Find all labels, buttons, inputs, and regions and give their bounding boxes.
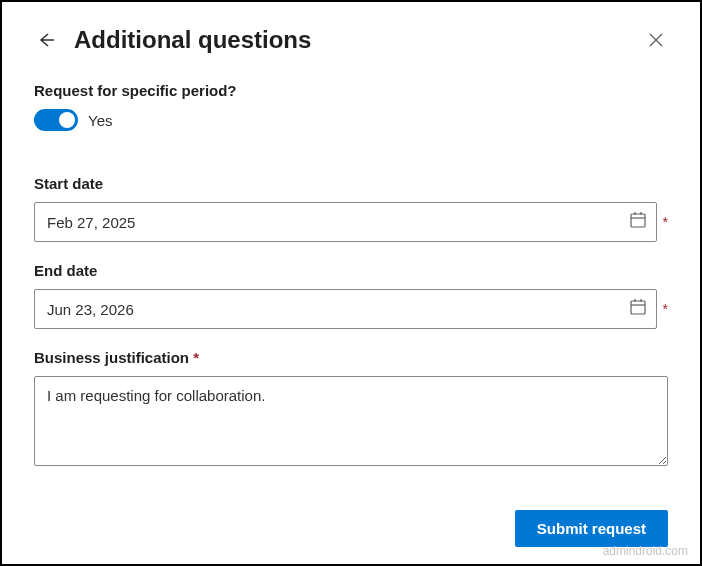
back-button[interactable] bbox=[34, 28, 58, 52]
end-date-input[interactable] bbox=[34, 289, 657, 329]
close-button[interactable] bbox=[644, 28, 668, 52]
specific-period-group: Request for specific period? Yes bbox=[34, 82, 668, 155]
panel-footer: Submit request bbox=[34, 490, 668, 547]
start-date-row: * bbox=[34, 202, 668, 242]
close-icon bbox=[648, 32, 664, 48]
toggle-knob bbox=[59, 112, 75, 128]
justification-label: Business justification * bbox=[34, 349, 668, 366]
panel-header: Additional questions bbox=[34, 26, 668, 54]
start-date-label: Start date bbox=[34, 175, 668, 192]
justification-group: Business justification * bbox=[34, 349, 668, 470]
justification-label-text: Business justification bbox=[34, 349, 189, 366]
submit-request-button[interactable]: Submit request bbox=[515, 510, 668, 547]
end-date-row: * bbox=[34, 289, 668, 329]
required-mark: * bbox=[663, 301, 668, 317]
specific-period-label: Request for specific period? bbox=[34, 82, 668, 99]
watermark-text: admindroid.com bbox=[603, 544, 688, 558]
page-title: Additional questions bbox=[74, 26, 628, 54]
justification-textarea[interactable] bbox=[34, 376, 668, 466]
arrow-left-icon bbox=[36, 30, 56, 50]
required-mark: * bbox=[193, 349, 199, 366]
specific-period-toggle[interactable] bbox=[34, 109, 78, 131]
start-date-input[interactable] bbox=[34, 202, 657, 242]
additional-questions-panel: Additional questions Request for specifi… bbox=[2, 2, 700, 564]
end-date-label: End date bbox=[34, 262, 668, 279]
end-date-group: End date * bbox=[34, 262, 668, 329]
toggle-value-label: Yes bbox=[88, 112, 112, 129]
required-mark: * bbox=[663, 214, 668, 230]
end-date-wrapper bbox=[34, 289, 657, 329]
start-date-wrapper bbox=[34, 202, 657, 242]
start-date-group: Start date * bbox=[34, 175, 668, 242]
specific-period-toggle-row: Yes bbox=[34, 109, 668, 131]
